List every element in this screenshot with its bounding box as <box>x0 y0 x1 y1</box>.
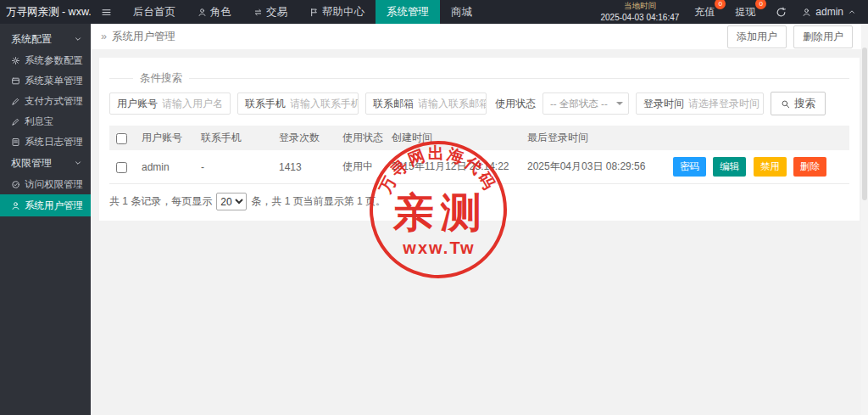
nav-label: 交易 <box>266 5 287 20</box>
email-input[interactable] <box>418 94 486 113</box>
delete-user-button[interactable]: 删除用户 <box>793 25 853 48</box>
users-table: 用户账号 联系手机 登录次数 使用状态 创建时间 最后登录时间 admin - <box>109 126 849 184</box>
nav-label: 帮助中心 <box>322 5 364 20</box>
sidebar-item-access-permissions[interactable]: 访问权限管理 <box>0 174 91 194</box>
search-fieldset: 条件搜索 用户账号 联系手机 联系邮箱 使用状态 <box>109 71 849 115</box>
nav-item-home[interactable]: 后台首页 <box>122 0 186 24</box>
window-icon <box>11 76 20 86</box>
edit-button[interactable]: 编辑 <box>713 157 746 177</box>
refresh-icon <box>776 7 787 18</box>
pen-icon <box>11 97 20 106</box>
sidebar-group-system-config[interactable]: 系统配置 <box>0 28 91 50</box>
sidebar-item-system-log[interactable]: 系统日志管理 <box>0 132 91 152</box>
search-legend: 条件搜索 <box>133 71 189 86</box>
status-select[interactable]: -- 全部状态 -- <box>542 93 629 115</box>
password-button[interactable]: 密码 <box>673 157 706 177</box>
chevron-down-icon <box>74 35 82 43</box>
search-row: 用户账号 联系手机 联系邮箱 使用状态 -- 全部状态 -- <box>109 92 849 115</box>
recharge-label: 充值 <box>694 6 715 18</box>
col-actions <box>666 126 849 150</box>
col-created: 创建时间 <box>385 126 520 150</box>
sidebar-group-permissions[interactable]: 权限管理 <box>0 152 91 174</box>
login-time-label: 登录时间 <box>637 97 688 111</box>
email-field-label: 联系邮箱 <box>366 97 418 111</box>
nav-item-mall[interactable]: 商城 <box>440 0 483 24</box>
recharge-button[interactable]: 充值 0 <box>694 5 715 20</box>
breadcrumb-bar: »系统用户管理 添加用户 删除用户 <box>91 24 868 49</box>
crumb-actions: 添加用户 删除用户 <box>727 25 858 48</box>
sidebar-item-system-params[interactable]: 系统参数配置 <box>0 50 91 70</box>
sidebar-item-payment-method[interactable]: 支付方式管理 <box>0 91 91 111</box>
nav-item-system-management[interactable]: 系统管理 <box>376 0 440 24</box>
hamburger-icon <box>101 7 112 18</box>
user-menu[interactable]: admin <box>802 6 856 18</box>
row-checkbox[interactable] <box>116 162 127 173</box>
disable-button[interactable]: 禁用 <box>754 157 787 177</box>
nav-item-roles[interactable]: 角色 <box>186 0 242 24</box>
table-header-row: 用户账号 联系手机 登录次数 使用状态 创建时间 最后登录时间 <box>109 126 849 150</box>
hamburger-button[interactable] <box>91 0 122 24</box>
sidebar-item-label: 支付方式管理 <box>25 95 83 108</box>
col-status: 使用状态 <box>336 126 385 150</box>
sidebar: 系统配置 系统参数配置 系统菜单管理 支付方式管理 利息宝 系统日志管理 权限管… <box>0 24 91 415</box>
chevron-down-icon <box>74 159 82 167</box>
top-nav: 后台首页 角色 交易 帮助中心 系统管理 商城 <box>122 0 483 24</box>
exchange-icon <box>253 8 263 17</box>
nav-label: 系统管理 <box>387 5 429 20</box>
email-field-group: 联系邮箱 <box>365 93 487 115</box>
phone-field-label: 联系手机 <box>238 97 290 111</box>
col-last-login: 最后登录时间 <box>520 126 666 150</box>
nav-item-trade[interactable]: 交易 <box>242 0 298 24</box>
breadcrumb: »系统用户管理 <box>101 30 175 44</box>
withdraw-button[interactable]: 提现 0 <box>735 5 755 20</box>
local-time-value: 2025-04-03 04:16:47 <box>600 12 679 23</box>
cell-last-login: 2025年04月03日 08:29:56 <box>520 150 666 184</box>
nav-item-help-center[interactable]: 帮助中心 <box>298 0 376 24</box>
status-select-label: 使用状态 <box>495 97 536 111</box>
status-badge: 使用中 <box>336 150 385 184</box>
admin-app: 万寻网亲测 - wxw.TwV1 后台首页 角色 交易 帮助中心 系统管理 <box>0 0 868 415</box>
scrollbar-track <box>861 24 868 415</box>
refresh-button[interactable] <box>776 7 787 18</box>
local-time-label: 当地时间 <box>600 1 679 11</box>
pen-icon <box>11 117 20 126</box>
page-size-select[interactable]: 20 <box>216 193 247 210</box>
login-time-input[interactable] <box>688 94 763 113</box>
scrollbar-thumb[interactable] <box>862 48 867 200</box>
sidebar-item-label: 系统日志管理 <box>25 136 83 149</box>
pagination: 共 1 条记录，每页显示 20 条，共 1 页当前显示第 1 页。 <box>109 193 849 210</box>
recharge-badge: 0 <box>715 0 726 9</box>
phone-input[interactable] <box>290 94 358 113</box>
nav-label: 后台首页 <box>133 5 175 20</box>
sidebar-item-interest-treasure[interactable]: 利息宝 <box>0 111 91 132</box>
username: admin <box>815 6 843 18</box>
sidebar-item-system-menu[interactable]: 系统菜单管理 <box>0 70 91 91</box>
sidebar-item-label: 利息宝 <box>25 115 54 128</box>
person-icon <box>11 201 20 210</box>
cell-login-count: 1413 <box>272 150 336 184</box>
nav-label: 角色 <box>210 5 231 20</box>
row-select-cell <box>109 150 135 184</box>
pagination-suffix: 条，共 1 页当前显示第 1 页。 <box>251 194 386 209</box>
sidebar-item-label: 系统用户管理 <box>25 199 83 212</box>
cell-actions: 密码 编辑 禁用 删除 <box>666 150 849 184</box>
account-input[interactable] <box>162 94 230 113</box>
delete-button[interactable]: 删除 <box>793 157 826 177</box>
logo-text: 万寻网亲测 - wxw.Tw <box>6 5 91 20</box>
log-icon <box>11 137 20 147</box>
add-user-button[interactable]: 添加用户 <box>727 25 787 48</box>
search-button[interactable]: 搜索 <box>771 92 826 115</box>
search-button-label: 搜索 <box>794 97 815 111</box>
person-icon <box>198 8 207 17</box>
check-circle-icon <box>11 180 20 189</box>
withdraw-label: 提现 <box>735 6 755 18</box>
user-management-card: 条件搜索 用户账号 联系手机 联系邮箱 使用状态 <box>99 58 860 221</box>
pagination-prefix: 共 1 条记录，每页显示 <box>109 194 212 209</box>
breadcrumb-arrow-icon: » <box>101 31 107 42</box>
person-icon <box>802 8 811 17</box>
select-all-checkbox[interactable] <box>116 133 127 144</box>
sidebar-group-label: 系统配置 <box>11 32 52 47</box>
sidebar-item-label: 系统菜单管理 <box>25 75 83 87</box>
sidebar-item-system-users[interactable]: 系统用户管理 <box>0 194 91 216</box>
flag-icon <box>309 8 319 17</box>
